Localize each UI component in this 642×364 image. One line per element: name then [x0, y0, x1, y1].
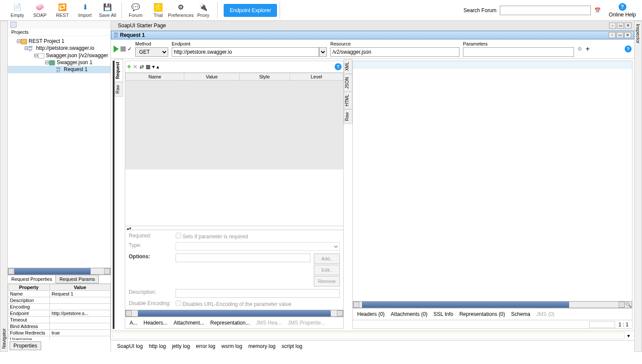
- tab-resp-representations[interactable]: Representations (0): [460, 311, 505, 317]
- search-forum-input[interactable]: [500, 6, 591, 15]
- vtab-json[interactable]: JSON: [344, 74, 352, 92]
- left-hscroll[interactable]: [125, 310, 343, 317]
- required-checkbox[interactable]: [176, 233, 181, 238]
- tab-representation[interactable]: Representation...: [210, 320, 250, 326]
- tb-empty[interactable]: 📄Empty: [6, 3, 29, 18]
- remove-option-button[interactable]: Remove: [314, 276, 340, 286]
- tab-jetty-log[interactable]: jetty log: [172, 343, 190, 349]
- endpoint-dropdown[interactable]: [319, 47, 327, 57]
- endpoint-explorer-button[interactable]: Endpoint Explorer: [224, 4, 277, 17]
- maximize-icon[interactable]: ▭: [617, 23, 624, 29]
- add-param-button[interactable]: +: [127, 63, 131, 71]
- tb-forum[interactable]: 💬Forum: [124, 3, 147, 18]
- tab-error-log[interactable]: error log: [196, 343, 215, 349]
- import-icon: ⬇: [81, 3, 89, 12]
- configure-icon[interactable]: ⚙: [577, 46, 582, 52]
- grid-icon[interactable]: ▦: [146, 64, 150, 70]
- parameters-label: Parameters: [463, 41, 574, 46]
- tb-saveall[interactable]: 💾Save All: [96, 3, 119, 18]
- minimize-icon[interactable]: ▫: [609, 32, 616, 38]
- tree-project[interactable]: ⊟REST Project 1: [8, 38, 111, 45]
- tb-import[interactable]: ⬇Import: [74, 3, 96, 18]
- options-textarea[interactable]: [176, 254, 310, 262]
- move-icon[interactable]: ⇄: [140, 64, 144, 70]
- properties-button[interactable]: Properties: [10, 341, 41, 350]
- tree-method[interactable]: ⊟Swagger.json 1: [8, 59, 111, 66]
- endpoint-input[interactable]: [172, 47, 319, 57]
- tab-wsrm-log[interactable]: wsrm log: [222, 343, 242, 349]
- tab-schema[interactable]: Schema: [511, 311, 530, 317]
- tb-proxy[interactable]: 🔌Proxy: [192, 3, 215, 18]
- tab-jms-properties[interactable]: JMS Propertie...: [288, 320, 325, 326]
- saveall-icon: 💾: [103, 3, 112, 12]
- tab-soapui-log[interactable]: SoapUI log: [117, 343, 143, 349]
- project-tree[interactable]: ⊟REST Project 1 ⊟REST http://petstore.sw…: [8, 36, 111, 268]
- tab-request-properties[interactable]: Request Properties: [7, 275, 56, 283]
- request-tab-title[interactable]: Request 1: [120, 32, 145, 38]
- tb-preferences[interactable]: ⚙Preferences: [169, 3, 192, 18]
- tab-http-log[interactable]: http log: [149, 343, 166, 349]
- disable-encoding-label: Disable Encoding:: [129, 300, 172, 306]
- tab-attachment[interactable]: Attachment...: [173, 320, 204, 326]
- chevron-down-icon[interactable]: ▾: [152, 64, 155, 70]
- status-input[interactable]: [589, 321, 615, 328]
- tab-starter-page[interactable]: SoapUI Starter Page: [114, 22, 170, 29]
- help-icon[interactable]: ?: [335, 63, 342, 70]
- tree-hscroll[interactable]: [8, 268, 111, 275]
- tab-resp-attachments[interactable]: Attachments (0): [391, 311, 427, 317]
- tb-rest[interactable]: 🔁REST: [51, 3, 74, 18]
- properties-table[interactable]: PropertyValue NameRequest 1 Description …: [8, 283, 111, 340]
- tree-request[interactable]: REST Request 1: [8, 66, 111, 73]
- tree-resource[interactable]: ⊟Swagger.json [/v2/swagger: [8, 52, 111, 59]
- method-select[interactable]: GET: [135, 47, 168, 57]
- stop-button[interactable]: [121, 46, 126, 52]
- response-body[interactable]: [353, 61, 632, 301]
- inspector-side-tab[interactable]: Inspector: [634, 21, 642, 352]
- navigator-side-tab[interactable]: Navigator: [0, 21, 8, 352]
- assert-icon[interactable]: ✓: [127, 46, 132, 52]
- vtab-raw-resp[interactable]: Raw: [344, 109, 352, 124]
- help-icon[interactable]: ?: [625, 46, 632, 52]
- run-button[interactable]: [114, 46, 119, 52]
- tab-memory-log[interactable]: memory log: [248, 343, 276, 349]
- online-help-link[interactable]: ? Online Help: [609, 3, 636, 18]
- resource-input[interactable]: [330, 47, 460, 57]
- tab-resp-jms[interactable]: JMS (0): [536, 311, 554, 317]
- vtab-html[interactable]: HTML: [344, 91, 352, 109]
- close-icon[interactable]: ✕: [624, 32, 631, 38]
- vtab-request[interactable]: Request: [114, 59, 123, 82]
- tb-soap[interactable]: 🧼SOAP: [29, 3, 51, 18]
- param-grid[interactable]: Name Value Style Level: [125, 73, 343, 226]
- type-select[interactable]: [176, 242, 340, 251]
- add-option-button[interactable]: Add..: [314, 254, 340, 264]
- tab-jms-headers[interactable]: JMS Hea...: [256, 320, 281, 326]
- minimize-icon[interactable]: ▫: [609, 23, 616, 29]
- right-hscroll[interactable]: 🔍: [353, 301, 632, 308]
- tb-trial[interactable]: ⭐Trial: [147, 3, 169, 18]
- tab-resp-headers[interactable]: Headers (0): [357, 311, 385, 317]
- tab-script-log[interactable]: script log: [282, 343, 303, 349]
- tab-request-params[interactable]: Request Params: [55, 275, 99, 283]
- tab-headers[interactable]: Headers...: [143, 320, 167, 326]
- search-response-icon[interactable]: 🔍: [625, 302, 632, 308]
- vtab-raw[interactable]: Raw: [114, 82, 123, 97]
- log-tabs: SoapUI log http log jetty log error log …: [111, 340, 634, 352]
- chevron-down-icon[interactable]: ▾: [625, 332, 632, 339]
- disable-encoding-checkbox[interactable]: [176, 300, 181, 306]
- remove-param-button[interactable]: ✕: [133, 63, 138, 70]
- edit-option-button[interactable]: Edit..: [314, 265, 340, 275]
- add-icon[interactable]: +: [586, 45, 590, 53]
- table-row: Encoding: [8, 304, 111, 310]
- tab-auth[interactable]: A...: [130, 320, 137, 326]
- close-icon[interactable]: ✕: [625, 23, 632, 29]
- tree-service[interactable]: ⊟REST http://petstore.swagger.io: [8, 45, 111, 52]
- tab-ssl-info[interactable]: SSL Info: [433, 311, 453, 317]
- search-forum-icon[interactable]: 📅: [594, 7, 601, 13]
- vtab-xml[interactable]: XML: [344, 59, 352, 74]
- parameters-input[interactable]: [463, 47, 574, 57]
- tree-toolbar-icon[interactable]: [10, 22, 16, 28]
- description-input[interactable]: [176, 289, 340, 298]
- maximize-icon[interactable]: ▭: [616, 32, 623, 38]
- chevron-up-icon[interactable]: ▴: [156, 64, 159, 70]
- collapse-toggle[interactable]: ▴▾: [125, 226, 343, 230]
